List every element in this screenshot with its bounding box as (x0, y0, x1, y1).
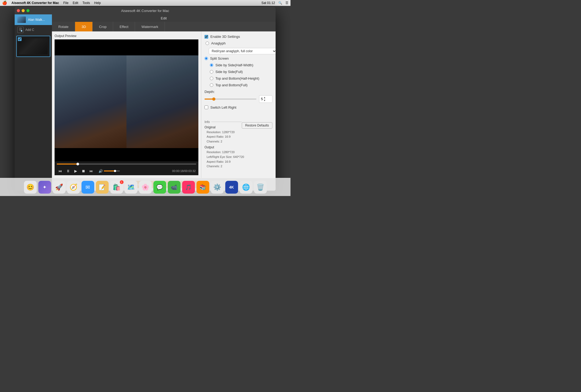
depth-slider-knob[interactable] (212, 97, 215, 101)
progress-knob[interactable] (76, 163, 79, 165)
menu-icon[interactable]: ☰ (285, 1, 288, 5)
dock-music[interactable]: 🎵 (182, 181, 195, 194)
skip-forward-button[interactable]: ⏭ (88, 168, 94, 174)
side-half-row: Side by Side(Half-Width) (210, 63, 272, 67)
finder-icon: 😊 (26, 183, 34, 191)
dock-mail[interactable]: ✉ (81, 181, 94, 194)
depth-slider[interactable] (204, 99, 256, 100)
dock-systemprefs[interactable]: ⚙️ (211, 181, 224, 194)
thumbnail-image (19, 38, 48, 54)
dock-chrome[interactable]: 🌐 (240, 181, 252, 194)
top-full-radio[interactable] (210, 83, 213, 87)
tab-crop[interactable]: Crop (93, 22, 113, 31)
side-half-radio[interactable] (210, 63, 213, 67)
depth-value: 5 (261, 97, 263, 101)
dock-safari[interactable]: 🧭 (67, 181, 80, 194)
dock-notes[interactable]: 📝 (96, 181, 109, 194)
switch-lr-checkbox[interactable] (204, 105, 208, 109)
dock-photos[interactable]: 🌸 (139, 181, 152, 194)
maps-icon: 🗺️ (127, 183, 135, 191)
output-label: Output (204, 145, 272, 149)
restore-defaults-button[interactable]: Restore Defaults (242, 122, 272, 129)
help-menu[interactable]: Help (94, 1, 101, 5)
video-container: ⏮ ⏸ ▶ ⏹ ⏭ 🔊 00:00:18/00:03:32 (55, 39, 198, 175)
sidebar-item-label: Alan Walk... (28, 18, 45, 22)
pause-button[interactable]: ⏸ (65, 168, 71, 174)
minimize-window-button[interactable] (22, 9, 25, 12)
dock-launchpad[interactable]: 🚀 (53, 181, 66, 194)
side-full-label: Side by Side(Full) (215, 70, 243, 74)
info-header: Info (204, 120, 242, 124)
depth-decrement-button[interactable]: ▼ (263, 99, 266, 102)
play-forward-button[interactable]: ▶ (73, 168, 78, 174)
app-title: Aiseesoft 4K Converter for Mac (121, 9, 169, 13)
volume-fill (104, 170, 115, 172)
depth-increment-button[interactable]: ▲ (263, 96, 266, 99)
content-area: Output Preview (52, 31, 276, 178)
tab-bar: Rotate 3D Crop Effect Watermark (52, 22, 276, 31)
edit-modal-header: Edit (52, 14, 276, 22)
original-aspect: Aspect Ratio: 16:9 (204, 134, 272, 139)
enable-3d-label: Enable 3D Settings (210, 35, 240, 39)
sidebar: Alan Walk... Add C (15, 14, 52, 191)
dock-trash[interactable]: 🗑️ (254, 181, 267, 194)
sidebar-item-alan-walk[interactable]: Alan Walk... (15, 14, 52, 25)
tools-menu[interactable]: Tools (83, 1, 90, 5)
notes-icon: 📝 (99, 184, 105, 190)
original-resolution: Resolution: 1280*720 (204, 130, 272, 135)
dock-maps[interactable]: 🗺️ (125, 181, 137, 194)
progress-bar-background (57, 164, 196, 165)
dock-finder[interactable]: 😊 (24, 181, 37, 194)
anaglyph-dropdown[interactable]: Red/cyan anaglyph, full color (209, 48, 276, 54)
volume-knob[interactable] (114, 170, 116, 172)
video-frame (55, 55, 198, 148)
file-menu[interactable]: File (63, 1, 68, 5)
app-name-menu[interactable]: Aiseesoft 4K Converter for Mac (11, 1, 59, 5)
output-eye-size: Left/Right Eye Size: 640*720 (204, 155, 272, 160)
sidebar-thumbnail-item[interactable] (16, 36, 50, 57)
split-options: Side by Side(Half-Width) Side by Side(Fu… (204, 63, 272, 87)
split-screen-radio[interactable] (204, 57, 208, 60)
switch-lr-label: Switch Left Right (210, 105, 236, 109)
add-clip-button[interactable]: Add C (15, 25, 52, 35)
converter-icon: 4K (229, 185, 234, 189)
dock-siri[interactable]: ✦ (38, 181, 51, 194)
volume-icon[interactable]: 🔊 (99, 169, 103, 173)
video-left-frame (55, 55, 126, 148)
preview-label: Output Preview (55, 34, 198, 38)
output-aspect: Aspect Ratio: 16:9 (204, 160, 272, 164)
tab-watermark[interactable]: Watermark (135, 22, 165, 31)
anaglyph-radio[interactable] (206, 42, 209, 45)
top-full-label: Top and Bottom(Full) (215, 83, 248, 87)
split-screen-row: Split Screen (204, 56, 272, 60)
close-window-button[interactable] (17, 9, 20, 12)
video-progress-bar[interactable] (55, 161, 198, 167)
enable-3d-checkbox[interactable] (204, 35, 208, 39)
safari-icon: 🧭 (69, 183, 77, 191)
mail-icon: ✉ (85, 184, 90, 190)
top-half-radio[interactable] (210, 77, 213, 80)
skip-back-button[interactable]: ⏮ (57, 168, 63, 174)
dock-books[interactable]: 📚 (197, 181, 209, 194)
dock-facetime[interactable]: 📹 (168, 181, 181, 194)
dock-4kconverter[interactable]: 4K (225, 181, 238, 194)
stop-button[interactable]: ⏹ (80, 168, 86, 174)
switch-lr-row: Switch Left Right (204, 105, 272, 109)
volume-area: 🔊 (99, 169, 120, 173)
dock-appstore[interactable]: 🛍️ 1 (110, 181, 123, 194)
output-resolution: Resolution: 1280*720 (204, 150, 272, 155)
apple-menu[interactable]: 🍎 (2, 1, 7, 5)
volume-slider[interactable] (104, 170, 120, 172)
appstore-icon: 🛍️ (113, 183, 121, 191)
photos-icon: 🌸 (141, 183, 149, 191)
edit-menu[interactable]: Edit (73, 1, 78, 5)
tab-effect[interactable]: Effect (113, 22, 135, 31)
tab-rotate[interactable]: Rotate (52, 22, 75, 31)
side-full-radio[interactable] (210, 70, 213, 74)
maximize-window-button[interactable] (26, 9, 30, 12)
dock-messages[interactable]: 💬 (153, 181, 166, 194)
tab-3d[interactable]: 3D (75, 22, 93, 31)
thumbnail-checkbox[interactable] (18, 37, 22, 41)
search-icon[interactable]: 🔍 (278, 1, 282, 5)
sidebar-thumb (17, 17, 26, 23)
